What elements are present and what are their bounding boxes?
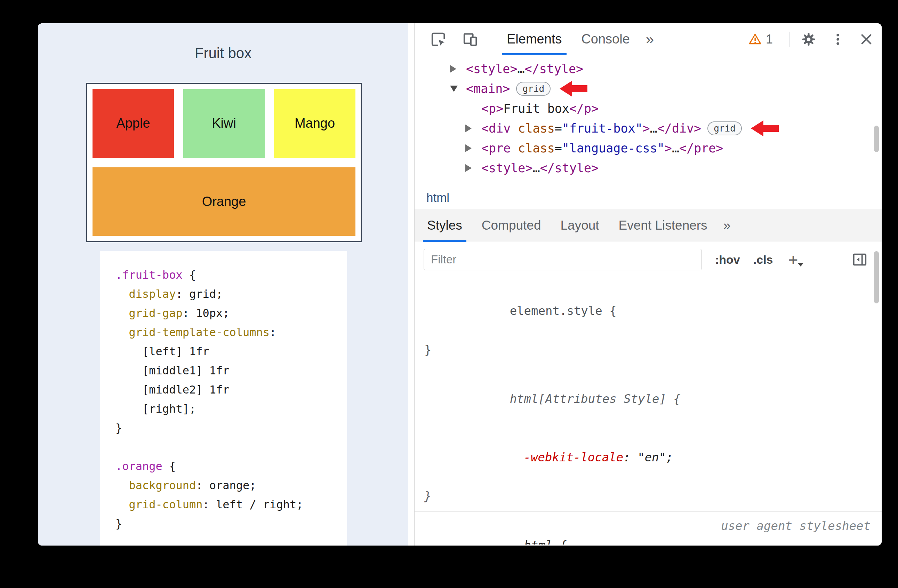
dom-tree: <style>…</style><main>grid<p>Fruit box</…	[415, 55, 882, 186]
toggle-class-button[interactable]: .cls	[753, 253, 773, 266]
breadcrumb-html[interactable]: html	[426, 191, 449, 205]
dom-tree-row[interactable]: <p>Fruit box</p>	[415, 99, 882, 118]
styles-scrollbar-thumb[interactable]	[874, 251, 879, 303]
red-arrow-annotation	[560, 81, 587, 97]
code-line: grid-template-columns:	[115, 323, 344, 342]
tab-computed[interactable]: Computed	[472, 209, 551, 242]
dom-tree-lines: <style>…</style><main>grid<p>Fruit box</…	[415, 59, 882, 178]
dom-token-tag: <style>	[481, 161, 533, 175]
more-tabs-button[interactable]: »	[640, 31, 660, 48]
code-line	[115, 438, 344, 457]
expander-closed-icon[interactable]	[465, 145, 481, 152]
grid-badge[interactable]: grid	[707, 122, 742, 135]
rule-selector: html	[524, 538, 553, 545]
toolbar-separator	[492, 32, 492, 47]
dom-token-tag: <pre	[481, 141, 511, 155]
styles-filter-input[interactable]	[424, 249, 702, 270]
close-devtools-button[interactable]	[856, 23, 876, 55]
expander-closed-icon[interactable]	[450, 65, 466, 73]
rule-element-style: element.style { }	[415, 277, 882, 365]
tab-event-listeners-label: Event Listeners	[619, 218, 707, 233]
tab-styles-label: Styles	[427, 218, 462, 233]
colon: :	[623, 450, 638, 464]
gear-icon	[801, 32, 816, 47]
dom-token-tag: </style>	[525, 62, 584, 76]
warning-triangle-icon	[749, 33, 762, 46]
expander-open-icon[interactable]	[450, 86, 466, 92]
device-toolbar-icon	[462, 31, 478, 47]
stylesheet-origin-note: user agent stylesheet	[721, 516, 872, 545]
tab-elements[interactable]: Elements	[497, 23, 571, 55]
dom-tree-row[interactable]: <style>…</style>	[415, 59, 882, 79]
expander-closed-icon[interactable]	[465, 164, 481, 172]
new-style-rule-button[interactable]: +	[789, 250, 798, 269]
css-property-value[interactable]: "en"	[638, 450, 666, 464]
rule-close-brace: }	[424, 343, 431, 357]
code-line: [right];	[115, 399, 344, 419]
toggle-hover-state-button[interactable]: :hov	[715, 253, 740, 266]
devtools-toolbar: Elements Console » 1	[415, 23, 882, 55]
dom-token-txt: …	[518, 62, 525, 76]
code-line: [left] 1fr	[115, 342, 344, 361]
inspect-cursor-icon	[430, 31, 446, 47]
settings-button[interactable]	[799, 23, 818, 55]
dom-token-pln: =	[555, 141, 562, 155]
dom-token-pln: =	[555, 122, 562, 135]
fruit-grid: AppleKiwiMangoOrange	[86, 83, 362, 242]
sidebar-pane-icon	[852, 252, 868, 268]
dom-token-tag: <main>	[466, 82, 510, 96]
tab-event-listeners[interactable]: Event Listeners	[609, 209, 717, 242]
screenshot-stage: Fruit box AppleKiwiMangoOrange .fruit-bo…	[0, 0, 898, 588]
dom-token-txt: …	[533, 161, 540, 175]
code-line: background: orange;	[115, 476, 344, 495]
tab-layout[interactable]: Layout	[550, 209, 609, 242]
rule-attributes-style: html[Attributes Style] { -webkit-locale:…	[415, 365, 882, 512]
dom-tree-row[interactable]: <main>grid	[415, 79, 882, 99]
tab-layout-label: Layout	[560, 218, 599, 233]
inspect-element-button[interactable]	[429, 23, 448, 55]
kebab-menu-icon	[830, 32, 845, 47]
rendered-page-panel: Fruit box AppleKiwiMangoOrange .fruit-bo…	[38, 23, 408, 546]
dom-tree-row[interactable]: <pre class="language-css">…</pre>	[415, 138, 882, 158]
more-sidebar-tabs-button[interactable]: »	[717, 218, 737, 233]
tab-console[interactable]: Console	[571, 23, 639, 55]
dom-token-tag: <div	[481, 122, 511, 135]
fruit-box-orange: Orange	[92, 167, 355, 236]
warning-count: 1	[766, 32, 773, 47]
dom-token-tag: </style>	[540, 161, 599, 175]
styles-sidebar-tabs: Styles Computed Layout Event Listeners »	[415, 209, 882, 242]
dom-token-str: "language-css"	[562, 141, 664, 155]
tab-styles[interactable]: Styles	[417, 209, 472, 242]
dom-token-txt: …	[672, 141, 679, 155]
dom-token-tag: </p>	[569, 102, 598, 115]
grid-badge[interactable]: grid	[516, 82, 550, 96]
expander-closed-icon[interactable]	[465, 125, 481, 132]
code-line: grid-gap: 10px;	[115, 304, 344, 323]
dom-token-str: "fruit-box"	[562, 122, 643, 135]
fruit-box-apple: Apple	[92, 89, 174, 158]
rule-selector[interactable]: element.style	[510, 304, 602, 318]
semicolon: ;	[666, 450, 673, 464]
dom-token-tag: >	[664, 141, 672, 155]
css-property-name[interactable]: -webkit-locale	[524, 450, 624, 464]
fruit-box-mango: Mango	[274, 89, 355, 158]
toggle-sidebar-pane-button[interactable]	[852, 242, 868, 277]
styles-filter-bar: :hov .cls +	[415, 242, 882, 277]
warnings-button[interactable]: 1	[741, 32, 780, 47]
devtools-menu-button[interactable]	[829, 23, 847, 55]
code-line: [middle2] 1fr	[115, 380, 344, 399]
dom-token-tag: <style>	[466, 62, 518, 76]
dom-tree-row[interactable]: <div class="fruit-box">…</div>grid	[415, 118, 882, 138]
toolbar-separator	[789, 32, 790, 47]
tab-computed-label: Computed	[482, 218, 541, 233]
device-toolbar-button[interactable]	[460, 23, 480, 55]
dom-tree-row[interactable]: <style>…</style>	[415, 158, 882, 178]
dom-scrollbar-thumb[interactable]	[874, 126, 879, 152]
rule-close-brace: }	[424, 489, 431, 503]
dom-token-txt: Fruit box	[503, 102, 569, 115]
code-line: }	[115, 419, 344, 438]
devtools-panel: Elements Console » 1	[414, 23, 882, 546]
browser-content-window: Fruit box AppleKiwiMangoOrange .fruit-bo…	[38, 23, 882, 546]
code-line: .orange {	[115, 457, 344, 476]
page-title: Fruit box	[38, 45, 408, 62]
